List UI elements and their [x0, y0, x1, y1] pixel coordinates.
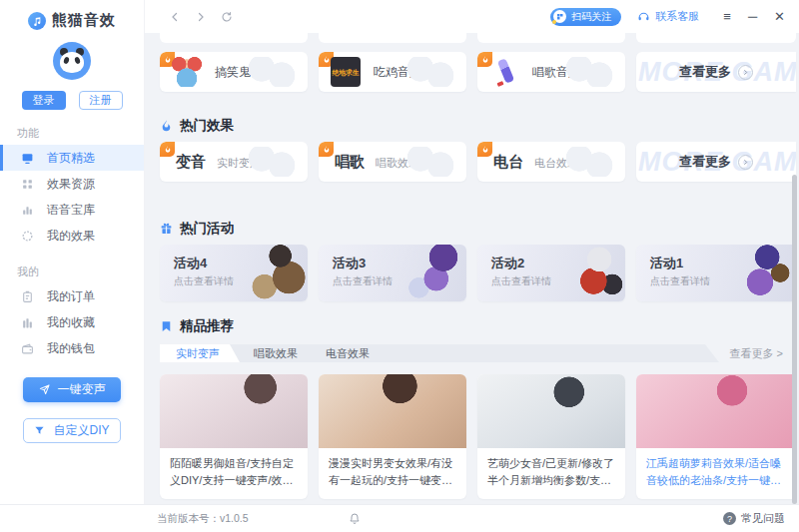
effect-title: 变音: [176, 142, 206, 182]
sidebar-item-voice-library[interactable]: 语音宝库: [0, 197, 144, 223]
activity-title: 活动4: [174, 255, 207, 272]
pubg-logo-thumbnail: 绝地求生: [331, 57, 361, 87]
scrolled-card-sliver: [160, 33, 308, 43]
sidebar-item-effect-resources[interactable]: 效果资源: [0, 171, 144, 197]
qr-follow-button[interactable]: 扫码关注: [550, 8, 621, 26]
monitor-icon: [21, 152, 34, 165]
contact-service-button[interactable]: 联系客服: [637, 9, 699, 24]
contact-service-label: 联系客服: [655, 9, 699, 24]
clown-thumbnail: [172, 57, 202, 87]
tab-realtime-voice[interactable]: 实时变声: [160, 344, 240, 362]
activity-title: 活动1: [650, 255, 683, 272]
forward-icon[interactable]: [193, 9, 209, 25]
pubg-logo-text: 绝地求生: [332, 67, 359, 76]
recommend-card-highlighted[interactable]: 江禹超萌萝莉音效果/适合嗓音较低的老油条/支持一键变声/...: [636, 374, 796, 499]
categories-more-card[interactable]: MORE GAME 查看更多: [636, 52, 796, 92]
arrow-circle-icon: [738, 155, 753, 170]
collection-icon: [21, 316, 34, 329]
recommend-photo: [160, 374, 308, 448]
activity-subtitle: 点击查看详情: [650, 274, 710, 288]
sidebar-item-label: 语音宝库: [47, 202, 95, 219]
qr-code-icon: [553, 10, 566, 23]
recommend-description: 陌陌暖男御姐音/支持自定义DIY/支持一键变声/效果可以...: [160, 448, 308, 489]
activity-card-1[interactable]: 活动1 点击查看详情: [636, 245, 796, 301]
sidebar-item-label: 我的钱包: [47, 340, 95, 357]
scrolled-card-sliver: [319, 33, 466, 43]
sidebar-item-my-wallet[interactable]: 我的钱包: [0, 335, 144, 361]
hot-activities-header: 热门活动: [160, 220, 234, 238]
minimize-icon[interactable]: ─: [748, 10, 757, 23]
effect-card-singing[interactable]: 唱歌 唱歌效果: [319, 142, 466, 182]
logo-music-icon: [28, 12, 46, 30]
auth-buttons: 登录 注册: [0, 91, 144, 110]
see-more-label: 查看更多: [679, 153, 731, 171]
gamepad-watermark: [561, 57, 617, 87]
gamepad-watermark: [402, 147, 458, 177]
sidebar-item-label: 我的效果: [47, 228, 95, 245]
recommend-card[interactable]: 漫漫实时男变女效果/有没有一起玩的/支持一键变声/支持自...: [319, 374, 466, 499]
panda-avatar[interactable]: [53, 42, 91, 80]
gamepad-watermark: [244, 57, 300, 87]
notification-bell-icon[interactable]: [349, 512, 361, 525]
sidebar-item-label: 首页精选: [47, 150, 95, 167]
login-button[interactable]: 登录: [22, 91, 66, 110]
sidebar-item-my-orders[interactable]: 我的订单: [0, 283, 144, 309]
version-label: 当前版本号：v1.0.5: [157, 512, 249, 526]
effects-more-card[interactable]: MORE GAME 查看更多: [636, 142, 796, 182]
quick-voice-label: 一键变声: [58, 381, 106, 398]
category-card-singing[interactable]: 唱歌音效: [477, 52, 625, 92]
top-bar: 扫码关注 联系客服 ≡ ─ ✕: [145, 0, 799, 33]
sidebar-item-label: 我的收藏: [47, 314, 95, 331]
custom-diy-button[interactable]: 自定义DIY: [23, 418, 121, 443]
arrow-circle-icon: [738, 65, 753, 80]
effect-card-radio[interactable]: 电台 电台效果: [477, 142, 625, 182]
recommend-photo: [477, 374, 625, 448]
register-button[interactable]: 注册: [79, 91, 123, 110]
faq-label: 常见问题: [741, 511, 785, 526]
app-window: 扫码关注 联系客服 ≡ ─ ✕ 熊猫音效 登录 注册: [0, 0, 799, 532]
recommend-tab-bar: 实时变声 唱歌效果 电音效果: [160, 344, 719, 362]
category-card-funny[interactable]: 搞笑鬼畜: [160, 52, 308, 92]
scrolled-card-sliver: [477, 33, 625, 43]
tab-electronic-effects[interactable]: 电音效果: [312, 344, 384, 362]
sidebar-item-label: 我的订单: [47, 288, 95, 305]
sidebar-item-my-effects[interactable]: 我的效果: [0, 223, 144, 249]
sidebar: 熊猫音效 登录 注册 功能 首页精选 效果资源 语音宝库 我的效果 我的: [0, 0, 145, 504]
effect-card-voice-change[interactable]: 变音 实时变声: [160, 142, 308, 182]
recommendations-header: 精品推荐: [160, 317, 234, 335]
sidebar-section-function: 功能: [17, 126, 144, 141]
gear-icon: [21, 230, 34, 243]
activity-card-3[interactable]: 活动3 点击查看详情: [319, 245, 466, 301]
tab-singing-effects[interactable]: 唱歌效果: [240, 344, 312, 362]
activity-card-2[interactable]: 活动2 点击查看详情: [477, 245, 625, 301]
back-icon[interactable]: [167, 9, 183, 25]
recommend-description: 江禹超萌萝莉音效果/适合嗓音较低的老油条/支持一键变声/...: [636, 448, 796, 489]
recommend-card[interactable]: 艺萌少女音/已更新/修改了半个月新增均衡参数/支持一键变...: [477, 374, 625, 499]
activity-character-art: [553, 245, 625, 301]
recommend-card[interactable]: 陌陌暖男御姐音/支持自定义DIY/支持一键变声/效果可以...: [160, 374, 308, 499]
activity-subtitle: 点击查看详情: [333, 274, 393, 288]
custom-diy-label: 自定义DIY: [53, 422, 109, 439]
recommend-see-more-link[interactable]: 查看更多 >: [730, 346, 783, 361]
menu-icon[interactable]: ≡: [723, 10, 731, 23]
recommend-photo: [319, 374, 466, 448]
activity-character-art: [724, 245, 796, 301]
activity-card-4[interactable]: 活动4 点击查看详情: [160, 245, 308, 301]
close-icon[interactable]: ✕: [774, 10, 785, 23]
sidebar-actions: 一键变声 自定义DIY: [0, 377, 144, 443]
app-title: 熊猫音效: [52, 11, 116, 30]
sidebar-section-mine: 我的: [17, 265, 144, 279]
activity-subtitle: 点击查看详情: [491, 274, 551, 288]
category-card-pubg[interactable]: 绝地求生 吃鸡音效: [319, 52, 466, 92]
sidebar-item-home-featured[interactable]: 首页精选: [0, 145, 144, 171]
faq-link[interactable]: ? 常见问题: [723, 511, 785, 526]
sidebar-item-my-favorites[interactable]: 我的收藏: [0, 309, 144, 335]
headset-icon: [637, 10, 650, 23]
quick-voice-change-button[interactable]: 一键变声: [23, 377, 121, 402]
vertical-scrollbar[interactable]: [792, 175, 797, 504]
flame-icon: [160, 119, 173, 133]
activity-title: 活动3: [333, 255, 366, 272]
effect-title: 电台: [493, 142, 523, 182]
refresh-icon[interactable]: [219, 9, 235, 25]
effect-title: 唱歌: [335, 142, 365, 182]
